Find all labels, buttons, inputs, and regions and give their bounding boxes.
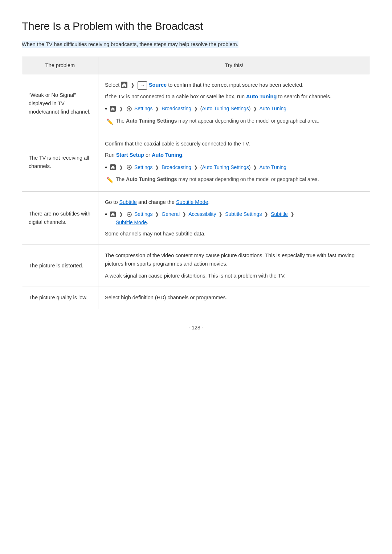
note-text-2: The Auto Tuning Settings may not appear … (116, 175, 319, 183)
bullet-dot-1: • (105, 104, 107, 114)
nav-path-2: • ❱ Settings ❱ (105, 163, 363, 172)
chevron-1a: ❱ (131, 82, 135, 88)
col-try-header: Try this! (98, 57, 370, 74)
general-link-3: General (162, 211, 180, 217)
try-text-5a: Select high definition (HD) channels or … (105, 294, 363, 302)
try-text-4a: The compression of the video content may… (105, 251, 363, 268)
bullet-dot-2: • (105, 163, 107, 172)
auto-tuning-link-2: Auto Tuning (152, 152, 182, 158)
nav-path-text-2: ❱ Settings ❱ Broadcasting ❱ (Auto Tuning… (110, 163, 286, 172)
try-text-4b: A weak signal can cause picture distorti… (105, 272, 363, 280)
pencil-icon-1: ✏️ (106, 117, 114, 127)
problem-cell-4: The picture is distorted. (22, 245, 98, 287)
settings-link-2: Settings (134, 164, 153, 170)
main-table: The problem Try this! “Weak or No Signal… (22, 57, 370, 309)
settings-icon-1 (126, 106, 132, 112)
auto-tuning-settings-link-2: Auto Tuning Settings (202, 164, 249, 170)
home-icon-nav1 (110, 106, 116, 112)
settings-icon-2 (126, 164, 132, 170)
chevron-nav3b: ❱ (155, 212, 159, 217)
intro-row: When the TV has difficulties receiving b… (22, 40, 370, 49)
home-icon-1a (121, 82, 127, 88)
bullet-dot-3: • (105, 210, 107, 219)
chevron-nav3d: ❱ (219, 212, 222, 217)
nav-path-1: • ❱ Settings (105, 104, 363, 114)
auto-tuning-link-1: Auto Tuning (246, 94, 277, 99)
auto-tuning-link-nav1: Auto Tuning (259, 106, 286, 111)
table-row: “Weak or No Signal” displayed in TV mode… (22, 74, 370, 133)
start-setup-link: Start Setup (116, 152, 144, 158)
subtitle-mode-link: Subtitle Mode (176, 199, 208, 205)
try-cell-1: Select ❱ → Source to confirm that the co… (98, 74, 370, 133)
subtitle-mode-link-3: Subtitle Mode (116, 219, 147, 225)
chevron-nav1b: ❱ (155, 106, 159, 111)
subtitle-link-3: Subtitle (271, 211, 288, 217)
note-2: ✏️ The Auto Tuning Settings may not appe… (105, 175, 363, 185)
table-header-row: The problem Try this! (22, 57, 370, 74)
page-title: There Is a Problem with the Broadcast (22, 17, 370, 35)
svg-point-6 (128, 167, 130, 168)
chevron-nav3e: ❱ (264, 212, 268, 217)
subtitle-settings-link-3: Subtitle Settings (225, 211, 262, 217)
col-problem-header: The problem (22, 57, 98, 74)
try-cell-3: Go to Subtitle and change the Subtitle M… (98, 192, 370, 245)
table-row: The picture quality is low. Select high … (22, 287, 370, 309)
nav-path-3: • ❱ Settings ❱ (105, 210, 363, 226)
try-text-2a: Confirm that the coaxial cable is secure… (105, 140, 363, 148)
note-1: ✏️ The Auto Tuning Settings may not appe… (105, 117, 363, 127)
svg-point-3 (128, 108, 130, 109)
table-row: There are no subtitles with digital chan… (22, 192, 370, 245)
chevron-nav1c: ❱ (194, 106, 198, 111)
home-icon-nav2 (110, 164, 116, 170)
chevron-nav3f: ❱ (290, 212, 294, 217)
pencil-icon-2: ✏️ (106, 176, 114, 185)
try-text-3a: Go to Subtitle and change the Subtitle M… (105, 198, 363, 206)
try-cell-5: Select high definition (HD) channels or … (98, 287, 370, 309)
try-text-1b: If the TV is not connected to a cable bo… (105, 93, 363, 101)
auto-tuning-settings-link-1: Auto Tuning Settings (202, 106, 249, 111)
broadcasting-link-1: Broadcasting (162, 106, 191, 111)
chevron-nav1d: ❱ (253, 106, 257, 111)
intro-text: When the TV has difficulties receiving b… (22, 41, 238, 48)
table-row: The picture is distorted. The compressio… (22, 245, 370, 287)
problem-cell-5: The picture quality is low. (22, 287, 98, 309)
nav-path-text-1: ❱ Settings ❱ Broadcasting ❱ (Auto Tuning… (110, 104, 286, 113)
try-cell-4: The compression of the video content may… (98, 245, 370, 287)
chevron-nav1a: ❱ (119, 106, 123, 111)
page-footer: - 128 - (22, 324, 370, 332)
problem-cell-3: There are no subtitles with digital chan… (22, 192, 98, 245)
settings-link-1: Settings (134, 106, 153, 111)
chevron-nav2a: ❱ (119, 165, 123, 170)
home-icon-nav3 (110, 212, 116, 217)
problem-cell-1: “Weak or No Signal” displayed in TV mode… (22, 74, 98, 133)
try-cell-2: Confirm that the coaxial cable is secure… (98, 133, 370, 192)
problem-cell-2: The TV is not receiving all channels. (22, 133, 98, 192)
settings-link-3: Settings (134, 211, 153, 217)
note-text-1: The Auto Tuning Settings may not appear … (116, 117, 319, 125)
svg-point-9 (128, 214, 130, 215)
nav-path-text-3: ❱ Settings ❱ General ❱ Accessibility ❱ S… (110, 210, 295, 226)
accessibility-link-3: Accessibility (188, 211, 216, 217)
chevron-nav3c: ❱ (182, 212, 186, 217)
try-text-1a: Select ❱ → Source to confirm that the co… (105, 81, 363, 90)
subtitle-link: Subtitle (119, 199, 137, 205)
source-link: Source (149, 82, 167, 88)
try-text-3b: Some channels may not have subtitle data… (105, 230, 363, 238)
chevron-nav2b: ❱ (155, 165, 159, 170)
chevron-nav3a: ❱ (119, 212, 123, 217)
chevron-nav2d: ❱ (253, 165, 257, 170)
try-text-2b: Run Start Setup or Auto Tuning. (105, 151, 363, 159)
broadcasting-link-2: Broadcasting (162, 164, 191, 170)
source-box-icon: → (138, 81, 147, 90)
table-row: The TV is not receiving all channels. Co… (22, 133, 370, 192)
auto-tuning-link-nav2: Auto Tuning (259, 164, 286, 170)
settings-icon-3 (126, 212, 132, 217)
chevron-nav2c: ❱ (194, 165, 198, 170)
